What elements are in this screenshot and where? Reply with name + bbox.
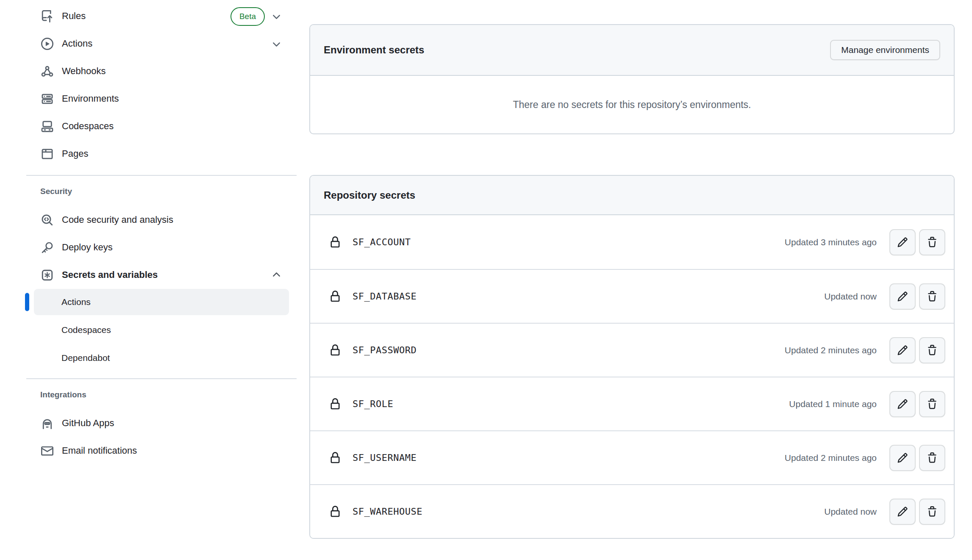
pencil-icon: [897, 237, 908, 248]
edit-secret-button[interactable]: [889, 499, 916, 525]
edit-secret-button[interactable]: [889, 283, 916, 310]
environment-secrets-card: Environment secrets Manage environments …: [309, 24, 955, 134]
edit-secret-button[interactable]: [889, 391, 916, 417]
secret-name: SF_DATABASE: [353, 291, 417, 302]
chevron-down-icon: [271, 38, 282, 50]
environment-secrets-header: Environment secrets Manage environments: [310, 25, 954, 76]
subnav-item-dependabot[interactable]: Dependabot: [34, 345, 289, 371]
secret-row: SF_ACCOUNT Updated 3 minutes ago: [310, 215, 954, 269]
secret-updated-text: Updated now: [824, 291, 877, 302]
security-section-label: Security: [40, 187, 297, 196]
delete-secret-button[interactable]: [919, 445, 945, 471]
sidebar-item-label: Webhooks: [62, 66, 106, 77]
lock-icon: [329, 291, 341, 302]
sidebar-divider: [26, 175, 297, 176]
sidebar-item-codespaces[interactable]: Codespaces: [26, 113, 297, 140]
repository-secrets-card: Repository secrets SF_ACCOUNT Updated 3 …: [309, 175, 955, 539]
secrets-main-content: Environment secrets Manage environments …: [297, 0, 972, 560]
sidebar-item-label: Codespaces: [62, 121, 114, 132]
sidebar-item-label: Code security and analysis: [62, 214, 173, 225]
trash-icon: [927, 345, 938, 356]
sidebar-item-label: Environments: [62, 93, 119, 104]
sidebar-item-deploy-keys[interactable]: Deploy keys: [26, 234, 297, 261]
delete-secret-button[interactable]: [919, 283, 945, 310]
sidebar-item-environments[interactable]: Environments: [26, 85, 297, 113]
sidebar-item-actions[interactable]: Actions: [26, 30, 297, 58]
pencil-icon: [897, 506, 908, 517]
server-icon: [40, 92, 54, 106]
manage-environments-button[interactable]: Manage environments: [830, 40, 940, 60]
subnav-item-label: Dependabot: [61, 353, 110, 363]
subnav-item-actions[interactable]: Actions: [34, 289, 289, 315]
sidebar-item-label: Actions: [62, 38, 92, 49]
trash-icon: [927, 399, 938, 410]
edit-secret-button[interactable]: [889, 229, 916, 255]
rules-icon: [40, 9, 54, 23]
secret-name: SF_ACCOUNT: [353, 237, 411, 247]
chevron-down-icon: [271, 11, 282, 22]
trash-icon: [927, 237, 938, 248]
edit-secret-button[interactable]: [889, 445, 916, 471]
github-apps-icon: [40, 416, 54, 430]
sidebar-item-rules[interactable]: Rules Beta: [26, 3, 297, 30]
secret-name: SF_USERNAME: [353, 452, 417, 463]
sidebar-item-code-security[interactable]: Code security and analysis: [26, 206, 297, 234]
webhook-icon: [40, 64, 54, 78]
lock-icon: [329, 506, 341, 518]
sidebar-item-webhooks[interactable]: Webhooks: [26, 58, 297, 85]
sidebar-item-github-apps[interactable]: GitHub Apps: [26, 410, 297, 437]
edit-secret-button[interactable]: [889, 337, 916, 363]
mail-icon: [40, 444, 54, 458]
lock-icon: [329, 236, 341, 248]
key-icon: [40, 241, 54, 255]
secret-row: SF_DATABASE Updated now: [310, 269, 954, 323]
sidebar-divider: [26, 378, 297, 379]
trash-icon: [927, 452, 938, 463]
subnav-item-label: Actions: [61, 297, 91, 307]
lock-icon: [329, 398, 341, 410]
secret-updated-text: Updated now: [824, 507, 877, 517]
lock-icon: [329, 452, 341, 464]
sidebar-item-label: Email notifications: [62, 445, 137, 456]
secret-updated-text: Updated 3 minutes ago: [785, 237, 877, 247]
delete-secret-button[interactable]: [919, 337, 945, 363]
browser-icon: [40, 147, 54, 161]
sidebar-item-label: Secrets and variables: [62, 269, 158, 280]
secret-row: SF_ROLE Updated 1 minute ago: [310, 377, 954, 430]
environment-secrets-title: Environment secrets: [324, 44, 424, 56]
sidebar-item-email-notifications[interactable]: Email notifications: [26, 437, 297, 465]
sidebar-item-label: Deploy keys: [62, 242, 113, 253]
settings-sidebar: Rules Beta Actions Webhooks Environments…: [0, 0, 297, 560]
environment-secrets-empty-message: There are no secrets for this repository…: [310, 76, 954, 133]
asterisk-box-icon: [40, 268, 54, 282]
trash-icon: [927, 506, 938, 517]
repository-secrets-header: Repository secrets: [310, 176, 954, 215]
sidebar-item-secrets-and-variables[interactable]: Secrets and variables: [26, 261, 297, 289]
play-icon: [40, 37, 54, 51]
delete-secret-button[interactable]: [919, 229, 945, 255]
secrets-subnav: Actions Codespaces Dependabot: [34, 289, 289, 371]
secret-row: SF_USERNAME Updated 2 minutes ago: [310, 430, 954, 484]
sidebar-item-label: GitHub Apps: [62, 418, 114, 429]
subnav-item-codespaces[interactable]: Codespaces: [34, 317, 289, 343]
delete-secret-button[interactable]: [919, 391, 945, 417]
selected-indicator: [25, 293, 29, 311]
pencil-icon: [897, 452, 908, 463]
settings-page: Rules Beta Actions Webhooks Environments…: [0, 0, 972, 560]
secret-row: SF_PASSWORD Updated 2 minutes ago: [310, 323, 954, 377]
sidebar-item-pages[interactable]: Pages: [26, 140, 297, 168]
lock-icon: [329, 344, 341, 356]
delete-secret-button[interactable]: [919, 499, 945, 525]
trash-icon: [927, 291, 938, 302]
code-scan-icon: [40, 213, 54, 227]
integrations-section-label: Integrations: [40, 390, 297, 399]
pencil-icon: [897, 291, 908, 302]
repository-secrets-title: Repository secrets: [324, 189, 415, 201]
pencil-icon: [897, 399, 908, 410]
secret-updated-text: Updated 2 minutes ago: [785, 345, 877, 355]
chevron-up-icon: [271, 269, 282, 281]
secret-updated-text: Updated 2 minutes ago: [785, 453, 877, 463]
sidebar-item-label: Rules: [62, 11, 86, 22]
subnav-item-label: Codespaces: [61, 325, 111, 335]
secret-row: SF_WAREHOUSE Updated now: [310, 484, 954, 538]
